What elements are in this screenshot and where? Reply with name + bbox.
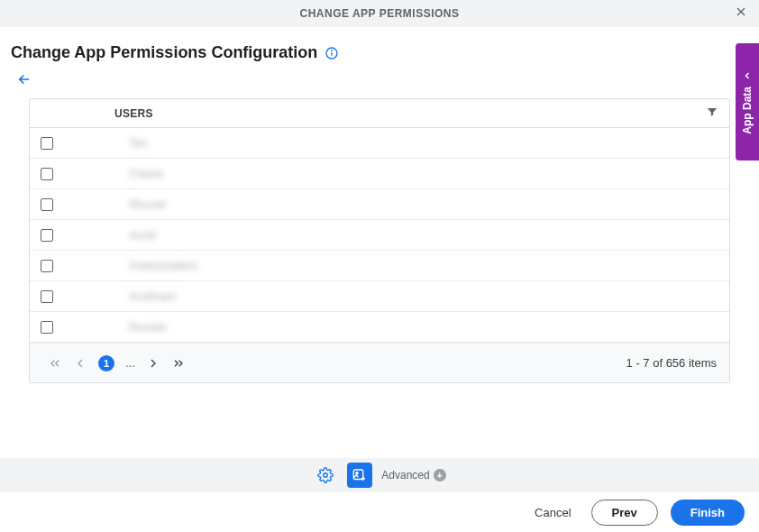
dialog-footer: Cancel Prev Finish: [0, 492, 759, 532]
advanced-label: Advanced: [381, 469, 429, 482]
row-checkbox[interactable]: [41, 290, 53, 303]
page-ellipsis: ...: [125, 356, 135, 370]
row-checkbox[interactable]: [41, 229, 53, 242]
pager-info: 1 - 7 of 656 items: [626, 356, 717, 370]
row-checkbox[interactable]: [41, 198, 53, 211]
chevron-left-icon: [742, 70, 753, 81]
cancel-button[interactable]: Cancel: [527, 500, 578, 525]
dialog-title: CHANGE APP PERMISSIONS: [299, 7, 459, 20]
bottom-toolbar: Advanced +: [0, 458, 759, 492]
last-page-icon[interactable]: [171, 356, 186, 371]
info-icon[interactable]: [325, 46, 339, 60]
side-tab-label: App Data: [741, 87, 754, 134]
image-add-icon[interactable]: [347, 463, 372, 488]
table-row[interactable]: Antechnident: [30, 251, 729, 281]
svg-point-5: [356, 472, 358, 474]
user-name: Ronale: [95, 320, 718, 334]
svg-point-3: [324, 473, 328, 478]
row-checkbox[interactable]: [41, 321, 53, 334]
back-arrow-icon[interactable]: [16, 71, 32, 87]
table-row[interactable]: Aunti: [30, 220, 729, 251]
dialog-header: CHANGE APP PERMISSIONS: [0, 0, 759, 27]
svg-rect-4: [354, 470, 364, 480]
user-name: Antechnident: [95, 259, 718, 272]
svg-point-2: [332, 50, 333, 51]
prev-button[interactable]: Prev: [591, 500, 658, 526]
page-title-row: Change App Permissions Configuration: [0, 27, 759, 62]
pager: 1 ... 1 - 7 of 656 items: [30, 343, 729, 382]
user-name: Rhuset: [95, 197, 718, 211]
row-checkbox[interactable]: [41, 168, 53, 180]
users-table: USERS Ten Chene Rhuset Aunti Antechniden…: [29, 98, 730, 383]
plus-circle-icon: +: [434, 469, 446, 482]
user-name: Aunti: [95, 228, 718, 242]
side-tab-app-data[interactable]: App Data: [736, 43, 759, 161]
page-title: Change App Permissions Configuration: [11, 43, 317, 62]
table-row[interactable]: Rhuset: [30, 189, 729, 220]
prev-page-icon[interactable]: [73, 356, 87, 371]
close-icon[interactable]: [734, 5, 748, 23]
current-page-number[interactable]: 1: [98, 355, 114, 371]
finish-button[interactable]: Finish: [671, 500, 745, 526]
row-checkbox[interactable]: [41, 137, 53, 150]
user-name: Ten: [95, 136, 718, 150]
table-header-row: USERS: [30, 99, 729, 128]
back-row: [0, 62, 759, 98]
first-page-icon[interactable]: [48, 356, 62, 371]
table-row[interactable]: Ronale: [30, 312, 729, 343]
table-row[interactable]: Andhract: [30, 281, 729, 312]
table-row[interactable]: Ten: [30, 128, 729, 159]
user-name: Chene: [95, 167, 718, 180]
advanced-toggle[interactable]: Advanced +: [381, 469, 445, 482]
table-row[interactable]: Chene: [30, 159, 729, 189]
row-checkbox[interactable]: [41, 260, 53, 272]
filter-icon[interactable]: [706, 105, 718, 122]
column-header-users[interactable]: USERS: [95, 107, 706, 120]
user-name: Andhract: [95, 289, 718, 303]
next-page-icon[interactable]: [146, 356, 160, 371]
settings-gear-icon[interactable]: [313, 463, 338, 488]
